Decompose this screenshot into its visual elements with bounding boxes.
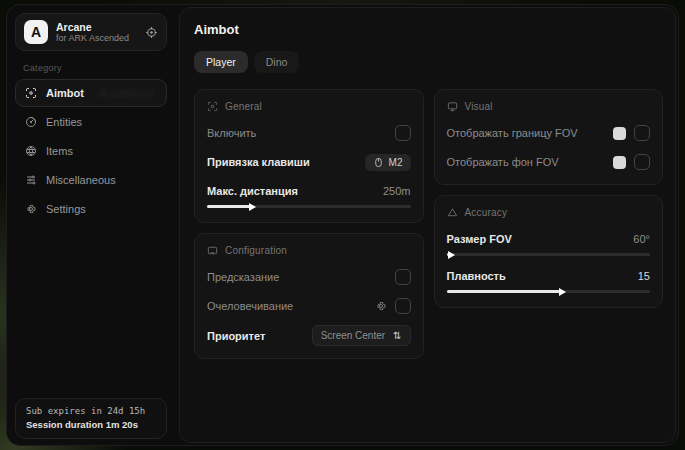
distance-label: Макс. дистанция xyxy=(207,185,298,197)
humanize-settings-icon[interactable] xyxy=(375,300,387,312)
card-title: Visual xyxy=(465,101,493,112)
category-label: Category xyxy=(23,63,175,73)
page-title: Aimbot xyxy=(194,22,663,37)
smoothness-row: Плавность 15 xyxy=(447,266,651,286)
sidebar-nav: Aimbot Aimbot Entities Items xyxy=(7,79,175,224)
prediction-checkbox[interactable] xyxy=(395,269,411,285)
app-logo: A xyxy=(24,20,48,44)
app-name: Arcane xyxy=(56,21,137,33)
sidebar-item-items[interactable]: Items xyxy=(15,137,167,165)
scope-icon xyxy=(207,101,218,112)
fov-bg-color-swatch[interactable] xyxy=(613,156,626,169)
slider-thumb[interactable] xyxy=(249,203,256,211)
visual-card: Visual Отображать границу FOV Отображать… xyxy=(434,89,664,185)
keyboard-icon xyxy=(207,245,218,256)
card-title: General xyxy=(225,101,262,112)
fov-size-label: Размер FOV xyxy=(447,233,512,245)
fov-bg-checkbox[interactable] xyxy=(634,154,650,170)
fov-size-value: 60° xyxy=(633,233,650,245)
smoothness-label: Плавность xyxy=(447,270,506,282)
triangle-icon xyxy=(447,207,458,218)
priority-label: Приоритет xyxy=(207,330,265,342)
radar-icon xyxy=(25,116,37,128)
prediction-row: Предсказание xyxy=(207,267,411,287)
smoothness-value: 15 xyxy=(638,270,650,282)
priority-row: Приоритет Screen Center ⇅ xyxy=(207,325,411,346)
fov-border-color-swatch[interactable] xyxy=(613,127,626,140)
sidebar-item-label: Miscellaneous xyxy=(46,174,116,186)
fov-border-checkbox[interactable] xyxy=(634,125,650,141)
brand-text: Arcane for ARK Ascended xyxy=(56,21,137,43)
sidebar-item-miscellaneous[interactable]: Miscellaneous xyxy=(15,166,167,194)
app-subtitle: for ARK Ascended xyxy=(56,33,137,43)
keybind-button[interactable]: M2 xyxy=(365,154,411,171)
sidebar-item-label: Aimbot xyxy=(46,87,84,99)
distance-slider[interactable] xyxy=(207,205,411,208)
humanize-label: Очеловечивание xyxy=(207,300,293,312)
target-icon[interactable] xyxy=(145,26,158,39)
fov-size-row: Размер FOV 60° xyxy=(447,229,651,249)
sidebar-item-label: Entities xyxy=(46,116,82,128)
fov-bg-row: Отображать фон FOV xyxy=(447,152,651,172)
main-panel: Aimbot Player Dino General xyxy=(179,7,676,443)
configuration-card: Configuration Предсказание Очеловечивани… xyxy=(194,233,424,359)
sidebar-item-entities[interactable]: Entities xyxy=(15,108,167,136)
sub-expires-text: Sub expires in 24d 15h xyxy=(26,406,156,416)
sidebar-item-aimbot[interactable]: Aimbot Aimbot xyxy=(15,79,167,107)
sidebar-item-label: Items xyxy=(46,145,73,157)
mouse-icon xyxy=(373,157,384,168)
sidebar-item-settings[interactable]: Settings xyxy=(15,195,167,223)
slider-thumb[interactable] xyxy=(559,288,566,296)
app-window: A Arcane for ARK Ascended Category xyxy=(6,4,679,446)
humanize-checkbox[interactable] xyxy=(395,298,411,314)
sidebar: A Arcane for ARK Ascended Category xyxy=(7,5,175,445)
brand-card[interactable]: A Arcane for ARK Ascended xyxy=(15,13,167,51)
keybind-row: Привязка клавиши M2 xyxy=(207,152,411,172)
sidebar-item-label: Settings xyxy=(46,203,86,215)
general-card: General Включить Привязка клавиши xyxy=(194,89,424,223)
updown-arrows-icon: ⇅ xyxy=(393,331,401,341)
aimbot-watermark: Aimbot xyxy=(98,84,156,101)
keybind-label: Привязка клавиши xyxy=(207,156,310,168)
monitor-icon xyxy=(447,101,458,112)
fov-bg-label: Отображать фон FOV xyxy=(447,156,559,168)
accuracy-card: Accuracy Размер FOV 60° Плавность xyxy=(434,195,664,308)
gear-icon xyxy=(25,203,37,215)
priority-value: Screen Center xyxy=(321,330,385,341)
distance-value: 250m xyxy=(383,185,411,197)
humanize-row: Очеловечивание xyxy=(207,296,411,316)
fov-border-row: Отображать границу FOV xyxy=(447,123,651,143)
box-icon xyxy=(25,145,37,157)
tab-player[interactable]: Player xyxy=(194,51,248,73)
slider-thumb[interactable] xyxy=(448,251,455,259)
fov-border-label: Отображать границу FOV xyxy=(447,127,578,139)
crosshair-icon xyxy=(25,87,37,99)
priority-dropdown[interactable]: Screen Center ⇅ xyxy=(312,325,411,346)
tab-bar: Player Dino xyxy=(194,51,663,73)
fov-size-slider[interactable] xyxy=(447,253,651,256)
smoothness-slider[interactable] xyxy=(447,290,651,293)
session-duration-text: Session duration 1m 20s xyxy=(26,419,156,430)
distance-row: Макс. дистанция 250m xyxy=(207,181,411,201)
enable-checkbox[interactable] xyxy=(395,125,411,141)
enable-row: Включить xyxy=(207,123,411,143)
tab-dino[interactable]: Dino xyxy=(254,51,300,73)
subscription-footer: Sub expires in 24d 15h Session duration … xyxy=(15,398,167,439)
sliders-icon xyxy=(25,174,37,186)
card-title: Configuration xyxy=(225,245,287,256)
enable-label: Включить xyxy=(207,127,256,139)
prediction-label: Предсказание xyxy=(207,271,279,283)
card-title: Accuracy xyxy=(465,207,508,218)
keybind-value: M2 xyxy=(389,157,403,168)
